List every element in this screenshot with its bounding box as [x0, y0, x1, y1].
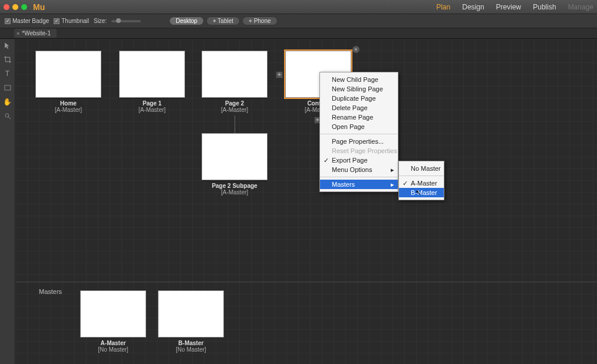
svg-line-2	[8, 117, 11, 119]
menu-new-child[interactable]: New Child Page	[320, 75, 398, 84]
menu-separator	[320, 177, 398, 177]
page-thumbnail-icon	[202, 133, 268, 180]
zoom-tool-icon[interactable]	[4, 112, 12, 120]
submenu-no-master[interactable]: No Master	[399, 164, 444, 173]
page-thumb-home[interactable]: Home [A-Master]	[35, 51, 101, 113]
options-bar: ✓ Master Badge ✓ Thumbnail Size: Desktop…	[0, 14, 597, 28]
menu-properties[interactable]: Page Properties...	[320, 137, 398, 146]
master-name: A-Master	[80, 340, 146, 346]
menu-duplicate[interactable]: Duplicate Page	[320, 94, 398, 103]
checkmark-icon: ✓	[54, 18, 60, 24]
page-name: Page 2 Subpage	[202, 183, 268, 189]
page-thumbnail-icon	[80, 290, 146, 337]
page-master-badge: [A-Master]	[202, 189, 268, 196]
page-thumbnail-icon	[35, 51, 101, 98]
page-thumb-page2[interactable]: Page 2 [A-Master]	[202, 51, 268, 113]
app-title: Mu	[33, 2, 45, 12]
nav-manage[interactable]: Manage	[568, 3, 593, 11]
nav-plan[interactable]: Plan	[436, 3, 450, 11]
menu-reset-properties: Reset Page Properties	[320, 146, 398, 155]
phone-button[interactable]: + Phone	[242, 16, 278, 25]
menu-masters[interactable]: Masters	[320, 180, 398, 189]
menu-open[interactable]: Open Page	[320, 122, 398, 131]
menu-rename[interactable]: Rename Page	[320, 112, 398, 122]
rectangle-tool-icon[interactable]	[4, 84, 12, 92]
hand-tool-icon[interactable]: ✋	[4, 98, 12, 106]
menu-new-sibling[interactable]: New Sibling Page	[320, 84, 398, 94]
page-thumbnail-icon	[202, 51, 268, 98]
thumbnail-checkbox[interactable]: ✓ Thumbnail	[54, 18, 89, 24]
page-master-badge: [A-Master]	[202, 107, 268, 113]
page-thumb-page1[interactable]: Page 1 [A-Master]	[119, 51, 185, 113]
menu-separator	[320, 134, 398, 134]
nav-design[interactable]: Design	[462, 3, 484, 11]
master-thumb-b[interactable]: B-Master [No Master]	[158, 290, 224, 353]
text-tool-icon[interactable]: T	[4, 70, 12, 78]
add-sibling-left-icon[interactable]: +	[276, 71, 283, 78]
close-window-icon[interactable]	[4, 4, 9, 10]
master-thumb-a[interactable]: A-Master [No Master]	[80, 290, 146, 353]
master-badge: [No Master]	[158, 346, 224, 353]
master-badge-checkbox[interactable]: ✓ Master Badge	[5, 18, 49, 24]
page-connector	[235, 115, 235, 133]
page-name: Page 2	[202, 100, 268, 107]
tool-strip: T ✋	[0, 39, 15, 364]
device-buttons: Desktop + Tablet + Phone	[169, 16, 277, 25]
document-tab-label: *Website-1	[22, 30, 51, 37]
plan-canvas[interactable]: Home [A-Master] Page 1 [A-Master] Page 2…	[15, 39, 597, 282]
masters-panel-title: Masters	[39, 288, 62, 295]
size-label: Size:	[94, 18, 107, 24]
masters-panel[interactable]: Masters A-Master [No Master] B-Master [N…	[15, 282, 597, 364]
master-name: B-Master	[158, 340, 224, 346]
crop-tool-icon[interactable]	[4, 55, 12, 64]
master-badge: [No Master]	[80, 346, 146, 353]
svg-rect-0	[5, 85, 11, 90]
submenu-a-master[interactable]: A-Master	[399, 178, 444, 188]
title-bar: Mu Plan Design Preview Publish Manage	[0, 0, 597, 14]
desktop-button[interactable]: Desktop	[169, 16, 204, 25]
masters-submenu: No Master A-Master B-Master ↖	[398, 161, 444, 200]
main-area: T ✋ Home [A-Master] Page 1 [A-Master] Pa…	[0, 39, 597, 364]
checkmark-icon: ✓	[5, 18, 11, 24]
canvas-wrap: Home [A-Master] Page 1 [A-Master] Page 2…	[15, 39, 597, 364]
page-thumb-page2-subpage[interactable]: Page 2 Subpage [A-Master]	[202, 133, 268, 196]
page-thumbnail-icon	[119, 51, 185, 98]
minimize-window-icon[interactable]	[12, 4, 18, 10]
masters-row: A-Master [No Master] B-Master [No Master…	[80, 290, 573, 353]
workspace-nav: Plan Design Preview Publish Manage	[436, 3, 593, 11]
thumbnail-label: Thumbnail	[61, 18, 89, 24]
page-context-menu: New Child Page New Sibling Page Duplicat…	[319, 72, 398, 192]
master-badge-label: Master Badge	[12, 18, 49, 24]
submenu-b-master[interactable]: B-Master	[399, 188, 444, 197]
zoom-window-icon[interactable]	[21, 4, 27, 10]
page-name: Home	[35, 100, 101, 107]
delete-page-icon[interactable]: ×	[352, 46, 359, 53]
page-name: Page 1	[119, 100, 185, 107]
menu-menu-options[interactable]: Menu Options	[320, 165, 398, 174]
page-thumbnail-icon	[158, 290, 224, 337]
window-controls	[4, 4, 27, 10]
tablet-button[interactable]: + Tablet	[206, 16, 240, 25]
menu-export[interactable]: Export Page	[320, 155, 398, 165]
document-tab[interactable]: × *Website-1	[14, 29, 57, 38]
document-tab-bar: × *Website-1	[0, 28, 597, 39]
menu-separator	[399, 176, 444, 176]
close-tab-icon[interactable]: ×	[17, 31, 19, 37]
nav-preview[interactable]: Preview	[496, 3, 522, 11]
size-slider[interactable]	[111, 20, 141, 22]
nav-publish[interactable]: Publish	[533, 3, 556, 11]
menu-delete[interactable]: Delete Page	[320, 103, 398, 112]
page-master-badge: [A-Master]	[119, 107, 185, 113]
selection-tool-icon[interactable]	[4, 41, 12, 49]
page-master-badge: [A-Master]	[35, 107, 101, 113]
